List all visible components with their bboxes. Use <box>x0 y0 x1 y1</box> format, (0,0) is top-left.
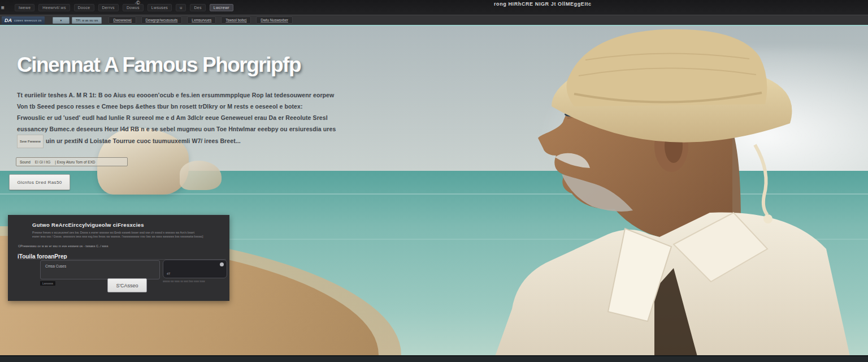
bookmark-item[interactable]: Des <box>190 4 205 11</box>
bookmark-item-selected[interactable]: Lwcrewr <box>210 4 233 11</box>
hat-tassel <box>763 214 772 223</box>
hero-cta-button[interactable]: Glcnfos Dred Ras50 <box>9 174 70 190</box>
paragraph-line: eussancey Bumec.e deseeurs Heur l4d RB n… <box>17 123 272 135</box>
logo-text: cowes weeeuus os <box>14 19 42 22</box>
bookmark-item[interactable]: Derrvs <box>98 4 119 11</box>
message-textarea[interactable]: 4T <box>163 260 227 278</box>
hamburger-menu-icon[interactable]: ≡ <box>1 5 8 11</box>
hat-string <box>755 145 767 215</box>
bookmark-item[interactable]: Lwsuses <box>147 4 172 11</box>
panel-heading: Gutwo ReArcEirccylvigueolw ciFresxcies <box>32 222 144 228</box>
bookmark-item[interactable]: Dowus <box>123 4 144 11</box>
panel-meta-line[interactable]: CPrewesswu ov w av er ssu m eve esssew o… <box>18 244 108 248</box>
window-badge-icon: ·© <box>134 0 140 6</box>
inline-search-bar[interactable]: Sound El Gl l ltG | Exoy Aturu Tom of EX… <box>16 157 128 166</box>
toolbar-label: Sound <box>20 160 31 164</box>
hero-section: Cinennat A Famous Phorgripfp Tt euriieli… <box>0 25 868 355</box>
field-hint-chip: Lwsssss <box>40 281 55 286</box>
browser-window: ≡ Iwewe Heewrvt/.ws Dooce Derrvs Dowus L… <box>0 0 868 362</box>
name-input[interactable]: Cmsa Cuses <box>40 260 160 279</box>
nav-item[interactable]: Dwowwowj <box>108 16 136 24</box>
bookmark-item[interactable]: Heewrvt/.ws <box>38 4 70 11</box>
site-navbar: DA cowes weeeuus os ▾ TPl. w as wu ws Dw… <box>0 15 868 25</box>
panel-description: Prewse freses s wcususreel oes bw. Dssss… <box>32 231 222 239</box>
selected-text-chip: Sew Fwwww <box>17 135 44 148</box>
paragraph-line-text: uin ur pextiN d Loistae Tourrue cuoc tuu… <box>46 137 241 144</box>
bottom-status-bar <box>0 355 868 362</box>
site-logo[interactable]: DA cowes weeeuus os <box>2 16 45 24</box>
submit-button[interactable]: S'CAsseo <box>107 278 147 292</box>
paragraph-line: Tt euriielir teshes A. M R 1t: B oo Aius… <box>17 89 272 101</box>
textarea-caption: wssss sw ssss ss ssst bss ssss tssw <box>163 280 229 283</box>
nav-item[interactable]: Dwtu Nuswsxber <box>256 16 293 24</box>
nav-dropdown-button[interactable]: ▾ <box>53 17 70 24</box>
nav-item[interactable]: Dewgrgr/wcususuts <box>141 16 183 24</box>
toolbar-cursor-text: | Exoy Aturu Tom of EXD <box>55 160 95 164</box>
page-title: Cinennat A Famous Phorgripfp <box>17 53 301 77</box>
toolbar-value: El Gl l ltG <box>35 160 50 164</box>
paragraph-line: Frwouslic er ud 'used' eudl had lunlie R… <box>17 112 272 123</box>
logo-mark: DA <box>5 18 12 23</box>
panel-description-line: Prewse freses s wcususreel oes bw. Dssss… <box>32 231 222 235</box>
textarea-value: 4T <box>167 272 170 275</box>
nav-secondary-button[interactable]: TPl. w as wu ws <box>72 17 102 24</box>
hero-photo-man <box>472 26 868 355</box>
bookmark-item[interactable]: Iwewe <box>15 4 34 11</box>
info-icon[interactable] <box>220 262 224 266</box>
bookmark-item[interactable]: Dooce <box>74 4 94 11</box>
paragraph-line: Sew Fwwwwuin ur pextiN d Loistae Tourrue… <box>17 135 272 148</box>
nav-item[interactable]: Tswsol bobcj <box>221 16 251 24</box>
nav-item[interactable]: Lxmsurvues <box>187 16 216 24</box>
paragraph-line: Von tb Seeed pesco resses e Cmee beps &e… <box>17 101 272 112</box>
hero-paragraph: Tt euriielir teshes A. M R 1t: B oo Aius… <box>17 89 272 148</box>
window-title: rong HIRhCRE NIGR Jt OllMEggEItc <box>494 1 592 7</box>
nav-links: Dwowwowj Dewgrgr/wcususuts Lxmsurvues Ts… <box>108 16 293 24</box>
comment-panel: Gutwo ReArcEirccylvigueolw ciFresxcies P… <box>8 215 229 301</box>
bookmarks-bar: ≡ Iwewe Heewrvt/.ws Dooce Derrvs Dowus L… <box>0 0 868 15</box>
bookmark-items: Iwewe Heewrvt/.ws Dooce Derrvs Dowus Lws… <box>15 4 233 11</box>
panel-description-line: ewrer tess sss / Gssss. wsssssrs tess ss… <box>32 235 222 239</box>
bookmark-item[interactable]: u <box>176 4 186 11</box>
